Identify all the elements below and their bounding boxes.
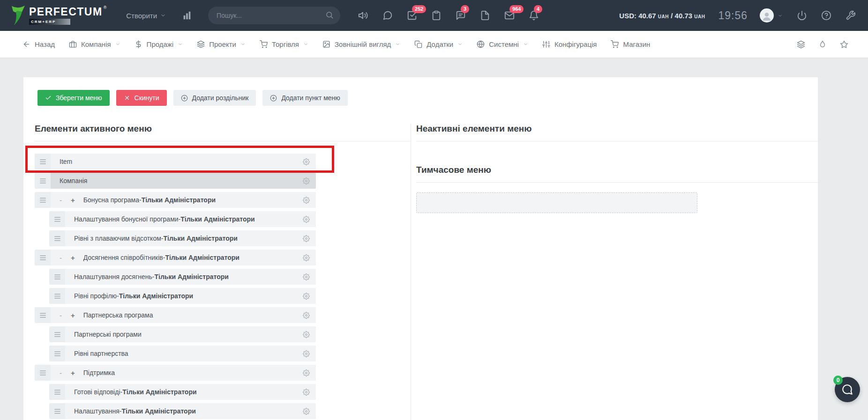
bar-chart-icon	[182, 10, 192, 21]
temp-menu-dropzone[interactable]	[416, 192, 697, 213]
add-menu-item-button[interactable]: Додати пункт меню	[262, 90, 347, 106]
messenger-button[interactable]	[382, 10, 393, 21]
menu-row[interactable]: Налаштування бонусної програми - Тільки …	[35, 211, 316, 227]
power-icon	[797, 10, 807, 21]
gear-icon[interactable]	[303, 350, 310, 357]
drag-handle[interactable]	[49, 384, 65, 400]
notification-badge: 4	[534, 5, 542, 13]
menu-row[interactable]: Item	[35, 154, 316, 169]
clipboard-button[interactable]	[431, 10, 441, 21]
drag-handle[interactable]	[49, 211, 65, 227]
menu-row-body: Item	[51, 154, 316, 169]
settings-button[interactable]	[846, 10, 856, 21]
chevron-down-icon	[115, 42, 120, 47]
documents-button[interactable]	[480, 10, 490, 21]
menu-row[interactable]: Рівні профілю - Тільки Адміністратори	[35, 288, 316, 304]
gear-icon[interactable]	[303, 254, 310, 261]
drag-handle[interactable]	[49, 403, 65, 419]
menu-row[interactable]: Партнерські програми	[35, 326, 316, 342]
collapse-button[interactable]: -	[60, 254, 62, 262]
nav-item-trade[interactable]: Торгівля	[260, 40, 308, 48]
menu-row[interactable]: Налаштування досягнень - Тільки Адмініст…	[35, 269, 316, 285]
gear-icon[interactable]	[303, 293, 310, 300]
notification-badge: 3	[461, 5, 469, 13]
gear-icon[interactable]	[303, 331, 310, 338]
arrow-left-icon	[22, 40, 30, 48]
expand-button[interactable]: +	[71, 369, 75, 377]
drag-handle[interactable]	[35, 365, 51, 381]
nav-item-sales[interactable]: Продажі	[135, 40, 183, 48]
drag-handle[interactable]	[35, 192, 51, 208]
gear-icon[interactable]	[303, 273, 310, 280]
nav-item-projects[interactable]: Проекти	[197, 40, 246, 48]
comments-button[interactable]: 3	[456, 10, 466, 21]
logout-button[interactable]	[797, 10, 807, 21]
nav-item-store[interactable]: Магазин	[611, 40, 650, 48]
create-button[interactable]: Створити	[126, 12, 166, 20]
cart-icon	[260, 40, 268, 48]
gear-icon[interactable]	[303, 177, 310, 184]
layers-button[interactable]	[797, 40, 805, 49]
drag-handle[interactable]	[49, 288, 65, 304]
gear-icon[interactable]	[303, 216, 310, 223]
menu-row[interactable]: Компанія	[35, 173, 316, 189]
menu-row[interactable]: Готові відповіді - Тільки Адміністратори	[35, 384, 316, 400]
nav-item-label: Продажі	[147, 40, 174, 48]
support-chat-button[interactable]: 0	[835, 377, 860, 402]
save-menu-button[interactable]: Зберегти меню	[37, 90, 110, 106]
mail-button[interactable]: 964	[504, 10, 515, 21]
nav-item-company[interactable]: Компанія	[69, 40, 120, 48]
activity-button[interactable]	[818, 40, 827, 49]
nav-item-back[interactable]: Назад	[22, 40, 55, 48]
check-icon	[45, 95, 52, 101]
gear-icon[interactable]	[303, 197, 310, 204]
app-logo[interactable]: PERFECTUM ® CRM+ERP	[11, 5, 106, 26]
menu-row[interactable]: -+Бонусна програма - Тільки Адміністрато…	[35, 192, 316, 208]
help-button[interactable]	[821, 10, 831, 21]
drag-handle[interactable]	[35, 154, 51, 169]
drag-handle[interactable]	[49, 269, 65, 285]
gear-icon[interactable]	[303, 408, 310, 415]
drag-handle[interactable]	[49, 346, 65, 361]
sound-button[interactable]	[358, 10, 368, 21]
gear-icon[interactable]	[303, 312, 310, 319]
user-avatar[interactable]	[760, 8, 774, 22]
menu-row[interactable]: -+Партнерська програма	[35, 307, 316, 323]
drag-handle[interactable]	[49, 326, 65, 342]
nav-item-appearance[interactable]: Зовнішній вигляд	[322, 40, 400, 48]
drag-handle[interactable]	[35, 250, 51, 265]
expand-button[interactable]: +	[71, 196, 75, 204]
gear-icon[interactable]	[303, 158, 310, 165]
expand-button[interactable]: +	[71, 254, 75, 262]
plus-circle-icon	[181, 95, 188, 102]
menu-row[interactable]: Налаштування - Тільки Адміністратори	[35, 403, 316, 419]
search-input[interactable]	[208, 7, 340, 24]
nav-item-addons[interactable]: Додатки	[414, 40, 463, 48]
stats-button[interactable]	[182, 10, 192, 21]
tasks-button[interactable]: 252	[407, 10, 417, 21]
nav-item-configuration[interactable]: Конфігурація	[542, 40, 597, 48]
user-menu-chevron[interactable]	[778, 13, 783, 18]
drag-handle[interactable]	[35, 307, 51, 323]
collapse-button[interactable]: -	[60, 369, 62, 377]
notifications-button[interactable]: 4	[529, 10, 539, 21]
collapse-button[interactable]: -	[60, 196, 62, 204]
gear-icon[interactable]	[303, 369, 310, 376]
collapse-button[interactable]: -	[60, 311, 62, 319]
drag-handle[interactable]	[35, 173, 51, 189]
expand-button[interactable]: +	[71, 311, 75, 319]
menu-row[interactable]: -+Підтримка	[35, 365, 316, 381]
menu-row[interactable]: -+Досягнення співробітників - Тільки Адм…	[35, 250, 316, 265]
notification-badge: 252	[412, 5, 426, 13]
divider	[416, 182, 818, 183]
add-divider-button[interactable]: Додати роздільник	[173, 90, 256, 106]
reset-button[interactable]: Скинути	[116, 90, 167, 106]
chevron-down-icon	[395, 42, 400, 47]
nav-item-system[interactable]: Системні	[477, 40, 528, 48]
menu-row[interactable]: Рівні з плаваючим відсотком - Тільки Адм…	[35, 230, 316, 246]
favorites-button[interactable]	[840, 40, 848, 49]
drag-handle[interactable]	[49, 230, 65, 246]
gear-icon[interactable]	[303, 389, 310, 396]
menu-row[interactable]: Рівні партнерства	[35, 346, 316, 361]
gear-icon[interactable]	[303, 235, 310, 242]
